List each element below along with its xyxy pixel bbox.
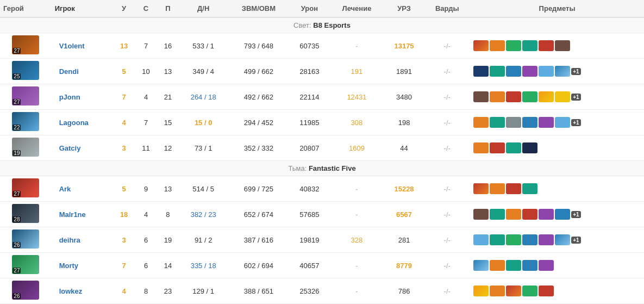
hero-level: 27 [12, 48, 21, 54]
item-2 [506, 117, 521, 128]
item-3 [522, 91, 537, 102]
item-1 [490, 142, 505, 153]
hero-cell: 26 [0, 227, 52, 253]
item-0 [473, 66, 489, 77]
wards: -/- [424, 59, 470, 84]
team-header-light: Свет: B8 Esports [0, 17, 644, 33]
item-1 [490, 91, 505, 102]
assists: 14 [157, 253, 179, 278]
kills: 5 [113, 176, 135, 202]
player-name[interactable]: V1olent [52, 33, 113, 59]
item-1 [490, 40, 505, 51]
urz: 44 [384, 135, 424, 161]
hero-level: 27 [12, 268, 21, 274]
dn: 129 / 1 [179, 278, 228, 304]
wards: -/- [424, 202, 470, 227]
item-4 [539, 91, 554, 102]
item-4 [539, 260, 554, 271]
kills: 7 [113, 84, 135, 110]
assists: 8 [157, 202, 179, 227]
header-wards: Варды [424, 0, 470, 17]
item-2 [506, 40, 521, 51]
item-4 [539, 286, 554, 296]
items-cell [470, 278, 644, 304]
player-name[interactable]: Lagoona [52, 110, 113, 135]
player-name[interactable]: Ark [52, 176, 113, 202]
hero-cell: 28 [0, 202, 52, 227]
item-3 [522, 234, 537, 245]
player-name[interactable]: Dendi [52, 59, 113, 84]
urz: 1891 [384, 59, 424, 84]
item-5 [555, 91, 570, 102]
assists: 19 [157, 227, 179, 253]
damage: 40657 [290, 253, 330, 278]
team-side-label: Свет: [293, 21, 311, 29]
player-name[interactable]: Malr1ne [52, 202, 113, 227]
heal: 12431 [329, 84, 384, 110]
urz: 281 [384, 227, 424, 253]
dn: 335 / 18 [179, 253, 228, 278]
heal: - [329, 202, 384, 227]
item-1 [490, 209, 505, 220]
wards: -/- [424, 135, 470, 161]
item-0 [473, 91, 489, 102]
item-3 [522, 66, 537, 77]
zvm: 499 / 662 [228, 59, 289, 84]
item-2 [506, 66, 521, 77]
player-name[interactable]: pJonn [52, 84, 113, 110]
header-items: Предметы [470, 0, 644, 17]
hero-level: 27 [12, 191, 21, 197]
deaths: 7 [135, 33, 157, 59]
item-3 [522, 286, 537, 296]
assists: 16 [157, 33, 179, 59]
item-5 [555, 209, 570, 220]
wards: -/- [424, 84, 470, 110]
item-0 [473, 260, 489, 271]
heal: - [329, 278, 384, 304]
table-row: 25Dendi51013349 / 4499 / 662281631911891… [0, 59, 644, 84]
kills: 3 [113, 135, 135, 161]
hero-level: 22 [12, 125, 21, 131]
item-4 [539, 66, 554, 77]
urz: 3480 [384, 84, 424, 110]
item-1 [490, 234, 505, 245]
wards: -/- [424, 33, 470, 59]
deaths: 7 [135, 110, 157, 135]
deaths: 6 [135, 253, 157, 278]
item-5 [555, 117, 570, 128]
player-name[interactable]: lowkez [52, 278, 113, 304]
hero-level: 27 [12, 99, 21, 105]
player-name[interactable]: Morty [52, 253, 113, 278]
heal: 191 [329, 59, 384, 84]
match-table: Герой Игрок У С П Д/Н ЗВМ/ОВМ Урон Лечен… [0, 0, 644, 304]
items-cell: +1 [470, 202, 644, 227]
table-row: 27pJonn7421264 / 18492 / 662221141243134… [0, 84, 644, 110]
dn: 382 / 23 [179, 202, 228, 227]
items-cell: +1 [470, 59, 644, 84]
player-name[interactable]: deihra [52, 227, 113, 253]
zvm: 793 / 648 [228, 33, 289, 59]
deaths: 10 [135, 59, 157, 84]
hero-level: 28 [12, 216, 21, 222]
damage: 20807 [290, 135, 330, 161]
items-cell [470, 176, 644, 202]
dn: 349 / 4 [179, 59, 228, 84]
hero-cell: 27 [0, 253, 52, 278]
kills: 7 [113, 253, 135, 278]
items-cell: +1 [470, 110, 644, 135]
table-header: Герой Игрок У С П Д/Н ЗВМ/ОВМ Урон Лечен… [0, 0, 644, 17]
hero-cell: 27 [0, 84, 52, 110]
item-3 [522, 260, 537, 271]
zvm: 294 / 452 [228, 110, 289, 135]
wards: -/- [424, 253, 470, 278]
item-0 [473, 142, 489, 153]
hero-level: 26 [12, 293, 21, 299]
item-3 [522, 40, 537, 51]
table-row: 28Malr1ne1848382 / 23652 / 67457685-6567… [0, 202, 644, 227]
dn: 73 / 1 [179, 135, 228, 161]
player-name[interactable]: Gatciy [52, 135, 113, 161]
dn: 514 / 5 [179, 176, 228, 202]
kills: 13 [113, 33, 135, 59]
zvm: 387 / 616 [228, 227, 289, 253]
table-row: 26lowkez4823129 / 1388 / 65125326-786-/- [0, 278, 644, 304]
